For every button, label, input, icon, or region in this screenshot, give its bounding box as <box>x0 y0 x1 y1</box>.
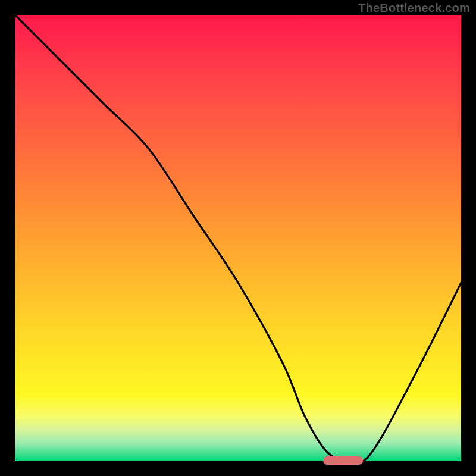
watermark-text: TheBottleneck.com <box>358 1 470 15</box>
curve-layer <box>15 15 461 461</box>
bottleneck-curve-path <box>15 15 461 462</box>
plot-area <box>15 15 461 461</box>
optimal-range-marker <box>323 456 364 465</box>
chart-stage: TheBottleneck.com <box>0 0 476 476</box>
